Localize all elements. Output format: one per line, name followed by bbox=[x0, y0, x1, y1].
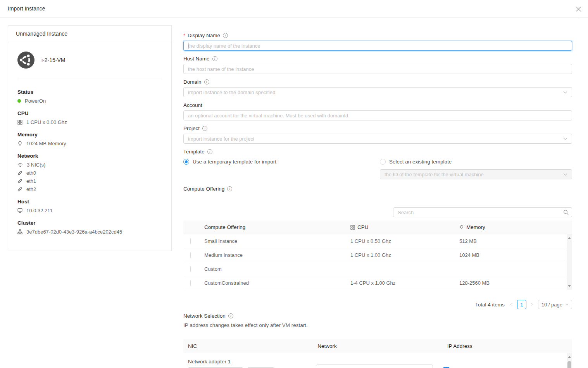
nic-name: Network adapter 1 bbox=[188, 359, 307, 365]
network-selection-label: Network Selection bbox=[183, 313, 226, 319]
next-page-button[interactable]: > bbox=[529, 302, 535, 307]
prev-page-button[interactable]: < bbox=[509, 302, 514, 307]
header-nic: NIC bbox=[183, 343, 313, 349]
header-memory: Memory bbox=[466, 224, 485, 230]
scroll-down-icon[interactable] bbox=[568, 285, 571, 287]
project-field: Project i import instance for the projec… bbox=[183, 126, 572, 144]
chevron-down-icon bbox=[565, 303, 569, 306]
link-icon bbox=[17, 170, 22, 175]
radio-icon[interactable] bbox=[190, 266, 191, 272]
compute-offering-label: Compute Offering bbox=[183, 186, 224, 192]
chevron-down-icon bbox=[563, 91, 567, 94]
memory-label: Memory bbox=[17, 132, 162, 138]
radio-icon bbox=[380, 159, 386, 165]
info-icon: i bbox=[228, 313, 233, 318]
card-title: Unmanaged Instance bbox=[8, 26, 171, 42]
bulb-icon bbox=[17, 141, 22, 146]
pagination-total: Total 4 items bbox=[475, 302, 505, 308]
radio-icon[interactable] bbox=[190, 252, 191, 258]
account-label: Account bbox=[183, 102, 202, 108]
ubuntu-logo-icon bbox=[17, 52, 34, 69]
display-name-label: Display Name bbox=[188, 33, 220, 38]
link-icon bbox=[17, 179, 22, 184]
domain-select[interactable]: import instance to the domain specified bbox=[183, 87, 572, 97]
radio-temporary-template[interactable]: Use a temporary template for import bbox=[183, 158, 380, 165]
link-icon bbox=[17, 187, 22, 192]
nic-table: NIC Network IP Address Network adapter 1… bbox=[183, 339, 572, 368]
import-form: * Display Name i Host Name i Domain i im… bbox=[183, 33, 572, 368]
table-header-row: Compute Offering CPU Memory bbox=[183, 220, 572, 234]
info-icon: i bbox=[207, 149, 212, 154]
interface-name: eth1 bbox=[26, 178, 36, 184]
modal-header: Import Instance bbox=[0, 0, 588, 18]
cluster-icon bbox=[17, 229, 22, 234]
template-label: Template bbox=[183, 149, 205, 155]
memory-value: 1024 MB Memory bbox=[26, 141, 66, 146]
wifi-icon bbox=[17, 163, 23, 167]
chevron-down-icon bbox=[563, 173, 567, 176]
info-icon: i bbox=[212, 56, 217, 61]
grid-icon bbox=[17, 120, 22, 125]
text-caret bbox=[188, 43, 188, 49]
host-value: 10.0.32.211 bbox=[26, 208, 53, 213]
memory-section: Memory 1024 MB Memory bbox=[17, 132, 162, 146]
modal-title: Import Instance bbox=[8, 5, 45, 12]
cpu-label: CPU bbox=[17, 110, 162, 116]
nic-network-select[interactable]: iso1 (vlan://1498) bbox=[316, 365, 433, 368]
host-label: Host bbox=[17, 199, 162, 205]
scrollbar-edge bbox=[579, 18, 579, 368]
account-field: Account bbox=[183, 102, 572, 120]
domain-label: Domain bbox=[183, 79, 202, 85]
header-ip-address: IP Address bbox=[443, 343, 572, 349]
nic-count: 3 NIC(s) bbox=[27, 162, 45, 168]
close-icon[interactable] bbox=[575, 5, 582, 12]
table-row-medium-instance[interactable]: Medium Instance 1 CPU x 1.00 Ghz 1024 MB bbox=[183, 248, 567, 262]
network-selection-note: IP address changes takes effect only aft… bbox=[183, 322, 572, 328]
nic-header-row: NIC Network IP Address bbox=[183, 339, 572, 353]
cluster-value: 3e7dbe67-02d0-43e3-926a-a4bce202cd45 bbox=[26, 229, 122, 235]
grid-icon bbox=[350, 225, 355, 230]
status-label: Status bbox=[17, 89, 162, 95]
table-row-custom[interactable]: Custom bbox=[183, 262, 567, 276]
domain-field: Domain i import instance to the domain s… bbox=[183, 79, 572, 97]
table-scrollbar[interactable] bbox=[567, 234, 572, 290]
network-label: Network bbox=[17, 153, 162, 159]
header-network: Network bbox=[313, 343, 442, 349]
cluster-section: Cluster 3e7dbe67-02d0-43e3-926a-a4bce202… bbox=[17, 220, 162, 235]
status-section: Status PowerOn bbox=[17, 89, 162, 104]
table-row-customconstrained[interactable]: CustomConstrained 1-4 CPU x 1.00 Ghz 128… bbox=[183, 276, 567, 290]
nic-table-scrollbar[interactable] bbox=[567, 353, 572, 368]
scroll-up-icon[interactable] bbox=[568, 237, 571, 239]
template-select[interactable]: the ID of the template for the virtual m… bbox=[380, 169, 572, 179]
account-input[interactable] bbox=[183, 110, 572, 120]
info-icon: i bbox=[204, 79, 209, 84]
search-icon[interactable] bbox=[563, 210, 569, 215]
page-size-select[interactable]: 10 / page bbox=[538, 300, 572, 309]
page-1-button[interactable]: 1 bbox=[517, 300, 526, 309]
scrollbar-thumb[interactable] bbox=[567, 361, 571, 368]
host-name-input[interactable] bbox=[183, 64, 572, 74]
unmanaged-instance-card: Unmanaged Instance bbox=[8, 25, 172, 251]
network-section: Network 3 NIC(s) eth0 eth1 eth2 bbox=[17, 153, 162, 192]
pagination: Total 4 items < 1 > 10 / page bbox=[183, 300, 572, 309]
bulb-icon bbox=[459, 225, 464, 230]
display-name-field: * Display Name i bbox=[183, 33, 572, 51]
chevron-down-icon bbox=[563, 138, 567, 140]
compute-offering-table: Compute Offering CPU Memory Small Instan… bbox=[183, 220, 572, 290]
radio-existing-template[interactable]: Select an existing template bbox=[380, 158, 572, 165]
monitor-icon bbox=[17, 208, 22, 213]
template-field: Template i Use a temporary template for … bbox=[183, 149, 572, 179]
radio-icon[interactable] bbox=[190, 280, 191, 286]
search-input[interactable] bbox=[393, 207, 572, 217]
instance-name: i-2-15-VM bbox=[41, 57, 65, 63]
host-section: Host 10.0.32.211 bbox=[17, 199, 162, 213]
project-select[interactable]: import instance for the project bbox=[183, 134, 572, 144]
table-row-small-instance[interactable]: Small Instance 1 CPU x 0.50 Ghz 512 MB bbox=[183, 234, 567, 248]
divider bbox=[17, 78, 162, 78]
project-label: Project bbox=[183, 126, 200, 131]
display-name-input[interactable] bbox=[183, 41, 572, 51]
nic-row-adapter-1: Network adapter 1 mac: 02:00:24:a9:00:07… bbox=[183, 353, 567, 368]
radio-icon[interactable] bbox=[190, 238, 191, 244]
status-value: PowerOn bbox=[25, 98, 46, 104]
scroll-up-icon[interactable] bbox=[568, 356, 571, 358]
